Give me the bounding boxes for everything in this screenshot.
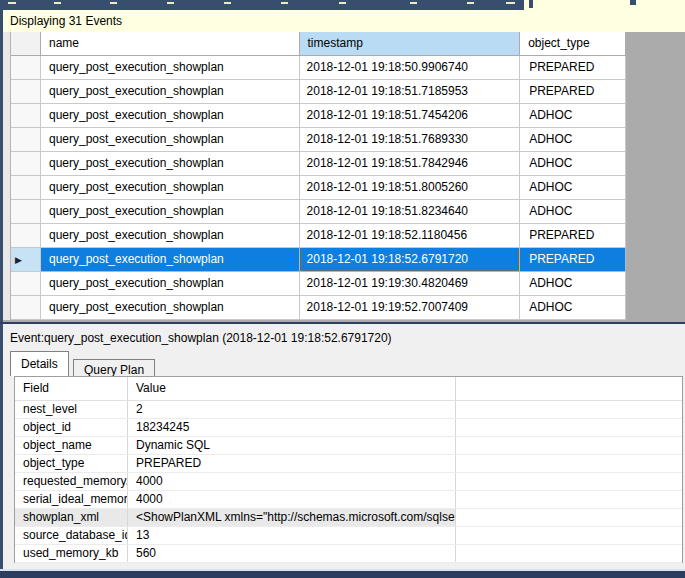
details-column-value[interactable]: Value — [128, 377, 456, 400]
event-object-type-cell[interactable]: PREPARED — [520, 80, 626, 104]
details-value-cell[interactable]: 4000 — [128, 473, 456, 490]
details-row[interactable]: used_memory_kb560 — [15, 545, 682, 563]
details-row[interactable]: object_id18234245 — [15, 419, 682, 437]
details-column-field[interactable]: Field — [15, 377, 128, 400]
details-value-cell[interactable]: 2 — [128, 401, 456, 418]
details-empty-cell — [456, 491, 682, 508]
details-field-cell[interactable]: serial_ideal_memor... — [15, 491, 128, 508]
event-object-type-cell[interactable]: ADHOC — [520, 128, 626, 152]
table-row[interactable]: query_post_execution_showplan2018-12-01 … — [11, 200, 626, 224]
details-empty-cell — [456, 545, 682, 562]
event-timestamp-cell[interactable]: 2018-12-01 19:18:51.7185953 — [300, 80, 521, 104]
row-selector-cell[interactable]: ▶ — [11, 248, 41, 272]
events-grid-header: name timestamp object_type — [11, 32, 626, 56]
details-grid: Field Value nest_level2object_id18234245… — [14, 376, 683, 563]
event-timestamp-cell[interactable]: 2018-12-01 19:18:52.6791720 — [300, 248, 521, 272]
table-row[interactable]: query_post_execution_showplan2018-12-01 … — [11, 296, 626, 320]
details-field-cell[interactable]: object_name — [15, 437, 128, 454]
event-name-cell[interactable]: query_post_execution_showplan — [41, 272, 300, 296]
details-field-cell[interactable]: source_database_id — [15, 527, 128, 544]
table-row[interactable]: query_post_execution_showplan2018-12-01 … — [11, 176, 626, 200]
table-row[interactable]: query_post_execution_showplan2018-12-01 … — [11, 104, 626, 128]
details-empty-cell — [456, 527, 682, 544]
events-count-label: Displaying 31 Events — [10, 14, 122, 28]
event-object-type-cell[interactable]: PREPARED — [520, 56, 626, 80]
row-selector-cell[interactable] — [11, 176, 41, 200]
table-row[interactable]: query_post_execution_showplan2018-12-01 … — [11, 224, 626, 248]
event-object-type-cell[interactable]: ADHOC — [520, 104, 626, 128]
table-row[interactable]: query_post_execution_showplan2018-12-01 … — [11, 56, 626, 80]
table-row[interactable]: query_post_execution_showplan2018-12-01 … — [11, 80, 626, 104]
details-value-cell[interactable]: 560 — [128, 545, 456, 562]
event-timestamp-cell[interactable]: 2018-12-01 19:19:30.4820469 — [300, 272, 521, 296]
details-empty-cell — [456, 509, 682, 526]
event-timestamp-cell[interactable]: 2018-12-01 19:18:51.8234640 — [300, 200, 521, 224]
details-row[interactable]: nest_level2 — [15, 401, 682, 419]
grid-corner-cell[interactable] — [11, 32, 41, 56]
column-header-timestamp[interactable]: timestamp — [300, 32, 521, 56]
event-timestamp-cell[interactable]: 2018-12-01 19:19:52.7007409 — [300, 296, 521, 320]
details-field-cell[interactable]: showplan_xml — [15, 509, 128, 526]
details-field-cell[interactable]: used_memory_kb — [15, 545, 128, 562]
event-object-type-cell[interactable]: ADHOC — [520, 176, 626, 200]
details-field-cell[interactable]: object_type — [15, 455, 128, 472]
row-selector-cell[interactable] — [11, 80, 41, 104]
details-value-cell[interactable]: Dynamic SQL — [128, 437, 456, 454]
event-name-cell[interactable]: query_post_execution_showplan — [41, 56, 300, 80]
details-field-cell[interactable]: nest_level — [15, 401, 128, 418]
details-row[interactable]: showplan_xml<ShowPlanXML xmlns="http://s… — [15, 509, 682, 527]
table-row[interactable]: query_post_execution_showplan2018-12-01 … — [11, 272, 626, 296]
row-selector-cell[interactable] — [11, 104, 41, 128]
event-object-type-cell[interactable]: PREPARED — [520, 248, 626, 272]
details-empty-cell — [456, 473, 682, 490]
event-object-type-cell[interactable]: ADHOC — [520, 152, 626, 176]
row-selector-cell[interactable] — [11, 200, 41, 224]
column-header-name[interactable]: name — [41, 32, 300, 56]
event-name-cell[interactable]: query_post_execution_showplan — [41, 128, 300, 152]
details-row[interactable]: requested_memory...4000 — [15, 473, 682, 491]
event-name-cell[interactable]: query_post_execution_showplan — [41, 248, 300, 272]
event-timestamp-cell[interactable]: 2018-12-01 19:18:51.7689330 — [300, 128, 521, 152]
row-selector-cell[interactable] — [11, 152, 41, 176]
column-header-object-type[interactable]: object_type — [520, 32, 626, 56]
details-value-cell[interactable]: <ShowPlanXML xmlns="http://schemas.micro… — [128, 509, 456, 526]
event-timestamp-cell[interactable]: 2018-12-01 19:18:50.9906740 — [300, 56, 521, 80]
event-object-type-cell[interactable]: ADHOC — [520, 200, 626, 224]
table-row[interactable]: query_post_execution_showplan2018-12-01 … — [11, 128, 626, 152]
details-row[interactable]: source_database_id13 — [15, 527, 682, 545]
event-timestamp-cell[interactable]: 2018-12-01 19:18:52.1180456 — [300, 224, 521, 248]
details-row[interactable]: object_nameDynamic SQL — [15, 437, 682, 455]
details-tab-strip: Details Query Plan — [10, 351, 156, 376]
event-name-cell[interactable]: query_post_execution_showplan — [41, 296, 300, 320]
event-name-cell[interactable]: query_post_execution_showplan — [41, 224, 300, 248]
event-timestamp-cell[interactable]: 2018-12-01 19:18:51.8005260 — [300, 176, 521, 200]
event-name-cell[interactable]: query_post_execution_showplan — [41, 200, 300, 224]
events-grid-body: query_post_execution_showplan2018-12-01 … — [11, 56, 626, 320]
row-selector-cell[interactable] — [11, 296, 41, 320]
details-row[interactable]: object_typePREPARED — [15, 455, 682, 473]
row-selector-cell[interactable] — [11, 224, 41, 248]
details-grid-header: Field Value — [15, 377, 682, 401]
event-name-cell[interactable]: query_post_execution_showplan — [41, 152, 300, 176]
details-value-cell[interactable]: 4000 — [128, 491, 456, 508]
details-field-cell[interactable]: requested_memory... — [15, 473, 128, 490]
event-object-type-cell[interactable]: ADHOC — [520, 272, 626, 296]
row-selector-cell[interactable] — [11, 128, 41, 152]
tab-details[interactable]: Details — [10, 351, 69, 376]
event-name-cell[interactable]: query_post_execution_showplan — [41, 176, 300, 200]
event-name-cell[interactable]: query_post_execution_showplan — [41, 104, 300, 128]
table-row[interactable]: query_post_execution_showplan2018-12-01 … — [11, 152, 626, 176]
details-value-cell[interactable]: 18234245 — [128, 419, 456, 436]
event-object-type-cell[interactable]: ADHOC — [520, 296, 626, 320]
row-selector-cell[interactable] — [11, 56, 41, 80]
details-value-cell[interactable]: PREPARED — [128, 455, 456, 472]
details-row[interactable]: serial_ideal_memor...4000 — [15, 491, 682, 509]
event-timestamp-cell[interactable]: 2018-12-01 19:18:51.7842946 — [300, 152, 521, 176]
details-value-cell[interactable]: 13 — [128, 527, 456, 544]
table-row[interactable]: ▶query_post_execution_showplan2018-12-01… — [11, 248, 626, 272]
row-selector-cell[interactable] — [11, 272, 41, 296]
event-name-cell[interactable]: query_post_execution_showplan — [41, 80, 300, 104]
event-object-type-cell[interactable]: PREPARED — [520, 224, 626, 248]
details-field-cell[interactable]: object_id — [15, 419, 128, 436]
event-timestamp-cell[interactable]: 2018-12-01 19:18:51.7454206 — [300, 104, 521, 128]
